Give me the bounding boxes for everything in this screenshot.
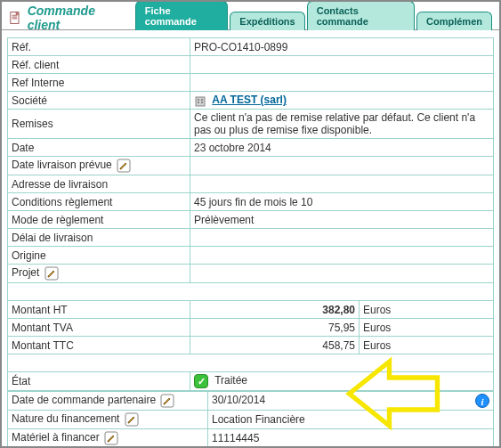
text-projet: Projet <box>12 266 39 279</box>
document-icon <box>9 11 22 25</box>
partner-form-table: Date de commande partenaire 30/10/2014 i… <box>7 391 494 448</box>
label-adresse-livraison: Adresse de livraison <box>8 175 190 193</box>
company-link[interactable]: AA TEST (sarl) <box>212 94 287 106</box>
svg-rect-4 <box>196 97 205 106</box>
tab-complements[interactable]: Complémen <box>416 12 492 30</box>
edit-icon[interactable] <box>104 431 118 445</box>
value-montant-ttc: 458,75 <box>190 337 360 354</box>
edit-icon[interactable] <box>125 412 139 427</box>
svg-rect-7 <box>198 102 199 103</box>
info-icon[interactable]: i <box>475 394 489 408</box>
value-ref-client <box>190 56 494 74</box>
label-ref: Réf. <box>8 38 190 56</box>
tab-fiche-commande[interactable]: Fiche commande <box>135 1 229 30</box>
label-ref-client: Réf. client <box>8 56 190 74</box>
value-mode-reglement: Prélèvement <box>190 211 494 229</box>
text-date-livraison: Date livraison prévue <box>12 159 112 171</box>
header-bar: Commande client Fiche commande Expéditio… <box>2 2 499 30</box>
edit-icon[interactable] <box>44 266 59 281</box>
svg-rect-6 <box>201 99 203 101</box>
value-montant-tva: 75,95 <box>190 319 360 337</box>
etat-text: Traitée <box>214 374 247 387</box>
label-montant-ht: Montant HT <box>8 301 190 319</box>
label-origine: Origine <box>8 247 190 265</box>
label-nature-financement: Nature du financement <box>8 411 208 429</box>
label-montant-ttc: Montant TTC <box>8 337 190 354</box>
order-form-table: Réf. PRO-CO1410-0899 Réf. client Ref Int… <box>7 37 494 391</box>
label-remises: Remises <box>8 110 190 139</box>
label-date-commande-partenaire: Date de commande partenaire <box>8 392 208 411</box>
currency-montant-tva: Euros <box>360 319 494 337</box>
edit-icon[interactable] <box>117 159 131 173</box>
label-societe: Société <box>8 92 190 110</box>
label-montant-tva: Montant TVA <box>8 319 190 337</box>
value-origine <box>190 247 494 265</box>
edit-icon[interactable] <box>160 394 174 408</box>
value-nature-financement: Location Financière <box>208 411 494 429</box>
value-date: 23 octobre 2014 <box>190 139 494 157</box>
tab-expeditions[interactable]: Expéditions <box>230 12 304 30</box>
page-title: Commande client <box>28 4 123 32</box>
svg-rect-8 <box>201 102 203 103</box>
value-date-commande-partenaire: 30/10/2014 i <box>208 392 494 411</box>
label-delai-livraison: Délai de livraison <box>8 229 190 247</box>
currency-montant-ttc: Euros <box>360 337 494 354</box>
currency-montant-ht: Euros <box>360 301 494 319</box>
label-etat: État <box>8 372 190 391</box>
value-delai-livraison <box>190 229 494 247</box>
value-adresse-livraison <box>190 175 494 193</box>
text-materiel-financer: Matériel à financer <box>12 431 100 444</box>
label-date-livraison: Date livraison prévue <box>8 157 190 175</box>
value-ref: PRO-CO1410-0899 <box>190 38 494 56</box>
value-ref-interne <box>190 74 494 92</box>
value-conditions-reglement: 45 jours fin de mois le 10 <box>190 193 494 211</box>
form-area: Réf. PRO-CO1410-0899 Réf. client Ref Int… <box>2 30 499 448</box>
label-mode-reglement: Mode de règlement <box>8 211 190 229</box>
svg-rect-5 <box>198 99 199 101</box>
label-projet: Projet <box>8 265 190 283</box>
value-montant-ht: 382,80 <box>190 301 360 319</box>
text-nature-financement: Nature du financement <box>12 412 119 425</box>
value-remises: Ce client n'a pas de remise relative par… <box>190 110 494 139</box>
value-date-livraison <box>190 157 494 175</box>
label-ref-interne: Ref Interne <box>8 74 190 92</box>
value-etat: ✓ Traitée <box>190 372 494 391</box>
label-materiel-financer: Matériel à financer <box>8 429 208 448</box>
value-materiel-financer: 11114445 <box>208 429 494 448</box>
tab-contacts-commande[interactable]: Contacts commande <box>307 1 415 30</box>
label-date: Date <box>8 139 190 157</box>
text-value-date-commande-partenaire: 30/10/2014 <box>212 394 265 406</box>
building-icon <box>194 94 206 107</box>
check-icon: ✓ <box>194 374 208 388</box>
value-projet <box>190 265 494 283</box>
text-date-commande-partenaire: Date de commande partenaire <box>12 394 156 406</box>
value-societe: AA TEST (sarl) <box>190 92 494 110</box>
label-conditions-reglement: Conditions règlement <box>8 193 190 211</box>
